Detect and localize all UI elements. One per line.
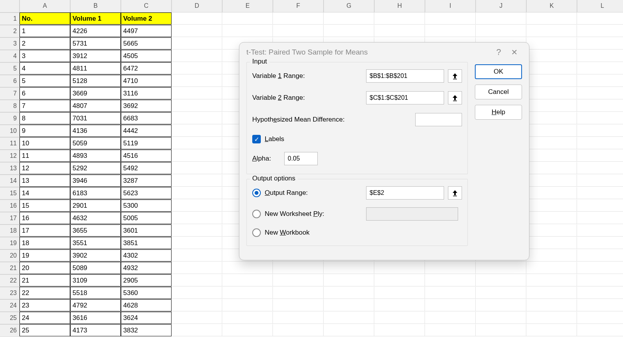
cell-G24[interactable] [324,299,374,311]
cell-B9[interactable]: 7031 [70,112,121,124]
cell-C17[interactable]: 5005 [121,212,172,224]
cell-C13[interactable]: 5492 [121,162,172,174]
cell-B24[interactable]: 4792 [70,299,121,311]
cell-H21[interactable] [374,262,425,274]
cell-H26[interactable] [374,324,425,336]
cell-K3[interactable] [526,37,577,49]
cell-L10[interactable] [577,125,623,137]
cell-H22[interactable] [374,274,425,286]
hypo-input[interactable] [415,113,462,126]
cell-D15[interactable] [172,187,222,199]
cell-B14[interactable]: 3946 [70,175,121,187]
cell-B8[interactable]: 4807 [70,100,121,112]
cell-K13[interactable] [526,162,577,174]
cell-L23[interactable] [577,287,623,299]
cell-D16[interactable] [172,200,222,212]
row-header-21[interactable]: 21 [0,262,19,274]
alpha-input[interactable] [284,152,318,165]
cell-H24[interactable] [374,299,425,311]
cell-D7[interactable] [172,87,222,99]
cell-A11[interactable]: 10 [19,137,70,149]
cell-B20[interactable]: 3902 [70,249,121,262]
cell-L14[interactable] [577,175,623,187]
cell-B4[interactable]: 3912 [70,50,121,62]
cell-L25[interactable] [577,312,623,324]
cell-C6[interactable]: 4710 [121,75,172,87]
cell-B19[interactable]: 3551 [70,237,121,249]
cell-C21[interactable]: 4932 [121,262,172,274]
cell-J23[interactable] [476,287,526,299]
cell-C12[interactable]: 4516 [121,150,172,162]
cell-C9[interactable]: 6683 [121,112,172,124]
cell-L2[interactable] [577,25,623,37]
cell-E24[interactable] [222,299,273,311]
cell-B3[interactable]: 5731 [70,37,121,49]
cell-B15[interactable]: 6183 [70,187,121,199]
new-worksheet-radio[interactable] [252,210,261,218]
cell-C11[interactable]: 5119 [121,137,172,149]
cell-L4[interactable] [577,50,623,62]
cell-B5[interactable]: 4811 [70,62,121,74]
cell-A22[interactable]: 21 [19,274,70,286]
cell-I25[interactable] [425,312,476,324]
cell-G22[interactable] [324,274,374,286]
row-header-17[interactable]: 17 [0,212,19,224]
row-header-22[interactable]: 22 [0,274,19,287]
cell-G23[interactable] [324,287,374,299]
cell-D14[interactable] [172,175,222,187]
cell-D13[interactable] [172,162,222,174]
cell-D21[interactable] [172,262,222,274]
cell-C2[interactable]: 4497 [121,25,172,37]
cell-H2[interactable] [374,25,425,37]
cell-J21[interactable] [476,262,526,274]
cell-K18[interactable] [526,224,577,237]
cell-A8[interactable]: 7 [19,100,70,112]
cell-A18[interactable]: 17 [19,224,70,237]
cell-L13[interactable] [577,162,623,174]
cell-F2[interactable] [273,25,324,37]
col-header-L[interactable]: L [577,0,623,12]
cell-L24[interactable] [577,299,623,311]
cell-D1[interactable] [172,12,222,25]
cell-G25[interactable] [324,312,374,324]
cell-L8[interactable] [577,100,623,112]
cell-B11[interactable]: 5059 [70,137,121,149]
cell-D25[interactable] [172,312,222,324]
cell-L12[interactable] [577,150,623,162]
cell-E25[interactable] [222,312,273,324]
cell-K14[interactable] [526,175,577,187]
dialog-help-icon[interactable]: ? [491,47,506,57]
cell-K5[interactable] [526,62,577,74]
cell-C23[interactable]: 5360 [121,287,172,299]
output-range-picker[interactable] [448,186,462,200]
cell-L19[interactable] [577,237,623,249]
cell-A6[interactable]: 5 [19,75,70,87]
cell-L5[interactable] [577,62,623,74]
cell-K4[interactable] [526,50,577,62]
row-header-10[interactable]: 10 [0,125,19,137]
cell-L22[interactable] [577,274,623,286]
row-header-4[interactable]: 4 [0,50,19,62]
cell-D5[interactable] [172,62,222,74]
cell-B22[interactable]: 3109 [70,274,121,286]
cell-E1[interactable] [222,12,273,25]
cell-C14[interactable]: 3287 [121,175,172,187]
cell-I21[interactable] [425,262,476,274]
cell-K11[interactable] [526,137,577,149]
cell-A10[interactable]: 9 [19,125,70,137]
cell-B12[interactable]: 4893 [70,150,121,162]
row-header-16[interactable]: 16 [0,200,19,212]
cell-B26[interactable]: 4173 [70,324,121,336]
cell-C8[interactable]: 3692 [121,100,172,112]
cell-I2[interactable] [425,25,476,37]
cell-C16[interactable]: 5300 [121,200,172,212]
cell-B1[interactable]: Volume 1 [70,12,121,25]
cell-D26[interactable] [172,324,222,336]
cell-K6[interactable] [526,75,577,87]
output-range-input[interactable] [366,186,444,200]
cell-C5[interactable]: 6472 [121,62,172,74]
cell-I22[interactable] [425,274,476,286]
cell-B23[interactable]: 5518 [70,287,121,299]
row-header-11[interactable]: 11 [0,137,19,150]
cell-F25[interactable] [273,312,324,324]
